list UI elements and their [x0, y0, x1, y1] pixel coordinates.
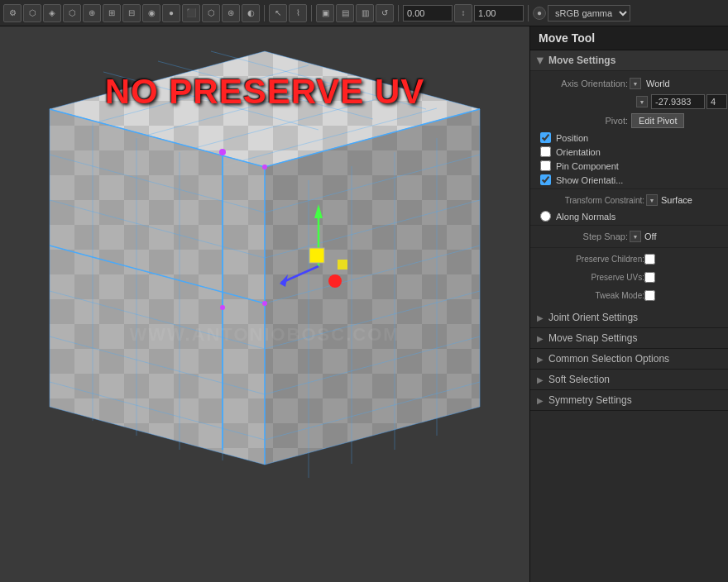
transform-icon-2[interactable]: ▤: [336, 4, 354, 22]
toolbar-separator-2: [311, 5, 312, 21]
transform-icon-1[interactable]: ▣: [316, 4, 334, 22]
move-settings-section[interactable]: ▶ Move Settings: [530, 50, 728, 71]
svg-rect-49: [338, 260, 347, 270]
toolbar-icon-2[interactable]: ⬡: [23, 4, 41, 22]
soft-selection-section[interactable]: ▶ Soft Selection: [530, 370, 728, 390]
step-icon[interactable]: ↕: [454, 4, 472, 22]
transform-constraint-label: Transform Constraint:: [537, 196, 644, 205]
preserve-children-label: Preserve Children:: [537, 255, 644, 264]
scale-value-input[interactable]: [474, 5, 524, 21]
show-orientation-label: Show Orientati...: [556, 175, 623, 185]
toolbar-icon-1[interactable]: ⚙: [3, 4, 22, 22]
toolbar-separator-4: [528, 5, 529, 21]
step-snap-label: Step Snap:: [537, 231, 628, 241]
transform-constraint-dropdown-btn[interactable]: [646, 194, 658, 206]
svg-text:WWW.ANTONIOBOSC.COM: WWW.ANTONIOBOSC.COM: [129, 324, 400, 345]
step-snap-row: Step Snap: Off: [530, 227, 728, 246]
symmetry-settings-section[interactable]: ▶ Symmetry Settings: [530, 390, 728, 411]
toolbar: ⚙ ⬡ ◈ ⬡ ⊕ ⊞ ⊟ ◉ ● ⬛ ⬡ ⊛ ◐ ↖ ⌇ ▣ ▤ ▥ ↺ ↕ …: [0, 0, 728, 26]
preserve-uvs-row: Preserve UVs:: [530, 268, 728, 286]
orientation-check-row: Orientation: [530, 145, 728, 159]
tweak-mode-row: Tweak Mode:: [530, 286, 728, 304]
preserve-children-row: Preserve Children:: [530, 250, 728, 268]
axis-num-dropdown-btn[interactable]: [636, 96, 648, 107]
preserve-uvs-label: Preserve UVs:: [537, 273, 644, 282]
right-panel: Move Tool ▶ Move Settings Axis Orientati…: [529, 26, 728, 582]
toolbar-icon-13[interactable]: ◐: [242, 4, 260, 22]
toolbar-icon-4[interactable]: ⬡: [63, 4, 81, 22]
soft-selection-arrow: ▶: [537, 375, 544, 384]
transform-constraint-row: Transform Constraint: Surface: [530, 191, 728, 209]
position-label: Position: [556, 133, 588, 143]
move-snap-label: Move Snap Settings: [548, 332, 637, 344]
transform-icon-3[interactable]: ▥: [356, 4, 374, 22]
axis-num-row: [530, 93, 728, 111]
symmetry-settings-label: Symmetry Settings: [548, 394, 632, 406]
show-orientation-check-row: Show Orientati...: [530, 173, 728, 187]
panel-title: Move Tool: [530, 26, 728, 50]
show-orientation-checkbox[interactable]: [540, 174, 551, 185]
axis-num-input[interactable]: [651, 94, 705, 109]
tweak-mode-checkbox[interactable]: [644, 290, 655, 301]
svg-point-42: [220, 305, 225, 310]
toolbar-icon-3[interactable]: ◈: [43, 4, 61, 22]
common-selection-section[interactable]: ▶ Common Selection Options: [530, 349, 728, 370]
along-normals-label: Along Normals: [556, 212, 615, 222]
svg-point-50: [328, 274, 342, 288]
pivot-label: Pivot:: [537, 116, 628, 126]
edit-pivot-button[interactable]: Edit Pivot: [631, 113, 684, 128]
svg-marker-18: [50, 109, 265, 465]
axis-orientation-dropdown-btn[interactable]: [630, 78, 641, 89]
joint-orient-section[interactable]: ▶ Joint Orient Settings: [530, 308, 728, 328]
color-space-icon[interactable]: ●: [533, 7, 546, 20]
toolbar-icon-11[interactable]: ⬡: [202, 4, 220, 22]
preserve-children-checkbox[interactable]: [644, 254, 655, 265]
move-snap-section[interactable]: ▶ Move Snap Settings: [530, 328, 728, 349]
toolbar-icon-9[interactable]: ●: [162, 4, 180, 22]
toolbar-icon-5[interactable]: ⊕: [83, 4, 101, 22]
divider-2: [530, 225, 728, 226]
step-size-input[interactable]: [403, 5, 453, 21]
move-settings-label: Move Settings: [548, 55, 615, 66]
svg-point-40: [219, 149, 226, 155]
step-snap-dropdown-btn[interactable]: [630, 231, 641, 242]
along-normals-row: Along Normals: [530, 209, 728, 223]
position-check-row: Position: [530, 131, 728, 145]
toolbar-icon-10[interactable]: ⬛: [182, 4, 200, 22]
lasso-icon[interactable]: ⌇: [289, 4, 307, 22]
joint-orient-label: Joint Orient Settings: [548, 312, 638, 323]
pin-component-label: Pin Component: [556, 161, 619, 171]
svg-rect-48: [309, 248, 324, 263]
color-space-dropdown[interactable]: sRGB gamma: [548, 5, 630, 21]
transform-icon-4[interactable]: ↺: [376, 4, 394, 22]
along-normals-radio[interactable]: [540, 211, 551, 222]
move-snap-arrow: ▶: [537, 334, 544, 343]
toolbar-icon-12[interactable]: ⊛: [222, 4, 240, 22]
toolbar-icon-7[interactable]: ⊟: [122, 4, 141, 22]
pin-component-check-row: Pin Component: [530, 159, 728, 173]
divider-1: [530, 188, 728, 189]
axis-orientation-value: World: [646, 79, 670, 88]
viewport[interactable]: WWW.ANTONIOBOSC.COM NO PRESERVE UV: [0, 26, 529, 582]
tweak-mode-label: Tweak Mode:: [537, 291, 644, 300]
orientation-label: Orientation: [556, 147, 601, 157]
axis-num-input2[interactable]: [706, 94, 727, 109]
pin-component-checkbox[interactable]: [540, 160, 551, 171]
common-selection-arrow: ▶: [537, 355, 544, 364]
toolbar-icon-6[interactable]: ⊞: [103, 4, 121, 22]
preserve-uvs-checkbox[interactable]: [644, 272, 655, 283]
position-checkbox[interactable]: [540, 132, 551, 143]
svg-point-41: [262, 165, 267, 169]
move-settings-content: Axis Orientation: World Pivot: Edit Pivo…: [530, 71, 728, 308]
step-snap-value: Off: [644, 231, 656, 241]
orientation-checkbox[interactable]: [540, 146, 551, 157]
pivot-row: Pivot: Edit Pivot: [530, 111, 728, 131]
common-selection-label: Common Selection Options: [548, 353, 669, 365]
select-icon[interactable]: ↖: [269, 4, 287, 22]
transform-constraint-value: Surface: [661, 195, 692, 205]
soft-selection-label: Soft Selection: [548, 374, 610, 385]
toolbar-separator-1: [264, 5, 265, 21]
svg-point-43: [262, 301, 267, 306]
toolbar-icon-8[interactable]: ◉: [142, 4, 160, 22]
toolbar-separator-3: [398, 5, 399, 21]
